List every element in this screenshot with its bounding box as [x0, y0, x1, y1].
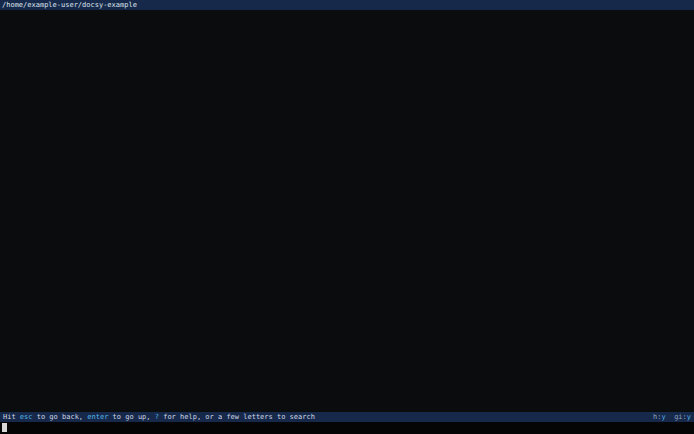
tree-row[interactable]: 2021/08/14 19:22 rwxr-xr-x example-user …: [0, 101, 694, 109]
tree-row[interactable]: 2021/08/14 19:22 rw-r--r-- example-user …: [0, 371, 694, 379]
tree-row[interactable]: 2021/08/14 19:22 rw-r--r-- example-user …: [0, 27, 694, 35]
flag-h: h:y: [653, 413, 666, 421]
tree-row[interactable]: 2021/08/14 19:22 rwxr-xr-x example-user …: [0, 158, 694, 166]
tree-row[interactable]: 2021/08/14 19:22 rw-r--r-- example-user …: [0, 388, 694, 396]
tree-row[interactable]: 2021/08/14 19:22 rwxr-xr-x example-user …: [0, 117, 694, 125]
tree-row[interactable]: 2021/08/14 19:22 rw-r--r-- example-user …: [0, 44, 694, 52]
tree-row[interactable]: 2021/08/14 19:22 rwxr-xr-x example-user …: [0, 52, 694, 60]
file-tree: 2021/08/14 19:22 rwxr-xr-x example-user …: [0, 10, 694, 412]
tree-row[interactable]: 2021/08/14 19:22 rwxr-xr-x example-user …: [0, 347, 694, 355]
tree-row[interactable]: 2021/08/14 19:22 rwxr-xr-x example-user …: [0, 11, 694, 19]
status-key-hint: enter: [87, 413, 108, 421]
tree-row[interactable]: 2021/08/14 19:22 rwxr-xr-x example-user …: [0, 396, 694, 404]
tree-row[interactable]: 2021/08/14 19:22 rw-r--r-- example-user …: [0, 363, 694, 371]
tree-row[interactable]: │ │ └── 10 unlisted: [0, 68, 694, 76]
tree-row[interactable]: 2021/08/14 19:22 rw-r--r-- example-user …: [0, 355, 694, 363]
tree-row[interactable]: 2021/08/14 19:22 rw-r--r-- example-user …: [0, 77, 694, 85]
status-text: for help, or a few letters to search: [159, 413, 315, 421]
status-message: Hit esc to go back, enter to go up, ? fo…: [3, 412, 315, 422]
tree-row[interactable]: 2021/08/14 19:22 rw-r--r-- example-user …: [0, 379, 694, 387]
tree-row[interactable]: 2021/08/14 19:22 rwxr-xr-x example-user …: [0, 126, 694, 134]
tree-row[interactable]: 2021/08/15 16:32 rwxr-xr-x example-user …: [0, 240, 694, 248]
root-path-bar[interactable]: /home/example-user/docsy-example: [0, 0, 694, 10]
status-text: Hit: [3, 413, 20, 421]
tree-row[interactable]: 2021/08/14 19:22 rwxr-xr-x example-user …: [0, 85, 694, 93]
broot-terminal: /home/example-user/docsy-example 2021/08…: [0, 0, 694, 434]
tree-row[interactable]: 2021/08/14 19:22 rw-r--r-- example-user …: [0, 273, 694, 281]
status-text: to go up,: [108, 413, 154, 421]
tree-row[interactable]: 2021/08/14 19:22 rw-r--r-- example-user …: [0, 298, 694, 306]
search-input[interactable]: [0, 422, 694, 434]
status-flags: h:y gi:y: [653, 412, 691, 422]
tree-row[interactable]: 2021/08/14 19:22 rw-r--r-- example-user …: [0, 339, 694, 347]
tree-row[interactable]: 2021/08/14 19:22 rwxr-xr-x example-user …: [0, 134, 694, 142]
status-key-hint: esc: [20, 413, 33, 421]
tree-row[interactable]: │ │ └── 2 unlisted: [0, 281, 694, 289]
tree-row[interactable]: 2021/08/15 16:37 rwxr-xr-x example-user …: [0, 232, 694, 240]
tree-row[interactable]: 2021/08/14 19:22 rw-r--r-- example-user …: [0, 314, 694, 322]
tree-row[interactable]: 2021/08/14 19:22 rwxr-xr-x example-user …: [0, 404, 694, 412]
text-cursor: [2, 423, 7, 432]
tree-row[interactable]: 2021/08/14 19:22 rw-r--r-- example-user …: [0, 183, 694, 191]
tree-row[interactable]: │ └── 3 unlisted: [0, 167, 694, 175]
tree-row[interactable]: 2021/08/14 19:22 rw-r--r-- example-user …: [0, 248, 694, 256]
tree-row[interactable]: │ └── 2 unlisted: [0, 306, 694, 314]
tree-row[interactable]: 2021/08/14 19:22 rwxr-xr-x example-user …: [0, 216, 694, 224]
tree-row[interactable]: 2021/08/14 19:22 rwxr-xr-x example-user …: [0, 322, 694, 330]
tree-row[interactable]: 2021/08/14 19:22 rwxr-xr-x example-user …: [0, 142, 694, 150]
tree-row[interactable]: 2021/08/14 19:22 rwxr-xr-x example-user …: [0, 60, 694, 68]
status-bar: Hit esc to go back, enter to go up, ? fo…: [0, 412, 694, 422]
tree-row[interactable]: 2021/08/14 19:22 rwxr-xr-x example-user …: [0, 265, 694, 273]
tree-row[interactable]: 2021/08/14 19:22 rwxr-xr-x example-user …: [0, 19, 694, 27]
tree-row[interactable]: 2021/08/14 19:22 rw-r--r-- example-user …: [0, 150, 694, 158]
tree-row[interactable]: 2021/08/14 19:22 rwxr-xr-x example-user …: [0, 289, 694, 297]
tree-row[interactable]: 2021/08/14 19:22 rw-r--r-- example-user …: [0, 199, 694, 207]
tree-row[interactable]: 2021/08/15 16:32 rw-r--r-- example-user …: [0, 224, 694, 232]
flag-gi: gi:y: [674, 413, 691, 421]
tree-row[interactable]: 2021/08/14 19:22 rw-r--r-- example-user …: [0, 93, 694, 101]
tree-row[interactable]: 2021/08/14 19:22 rwxr-xr-x example-user …: [0, 208, 694, 216]
tree-row[interactable]: │ │ └── 6 unlisted: [0, 257, 694, 265]
tree-row[interactable]: 2021/08/14 19:22 rw-r--r-- example-user …: [0, 36, 694, 44]
tree-row[interactable]: 2021/08/14 19:22 rw-r--r-- example-user …: [0, 109, 694, 117]
tree-row[interactable]: 2021/08/14 19:22 rw-r--r-- example-user …: [0, 191, 694, 199]
status-text: to go back,: [33, 413, 88, 421]
tree-row[interactable]: 2021/08/14 19:22 rw-r--r-- example-user …: [0, 330, 694, 338]
tree-row[interactable]: 2021/08/14 19:22 rwxr-xr-x example-user …: [0, 175, 694, 183]
